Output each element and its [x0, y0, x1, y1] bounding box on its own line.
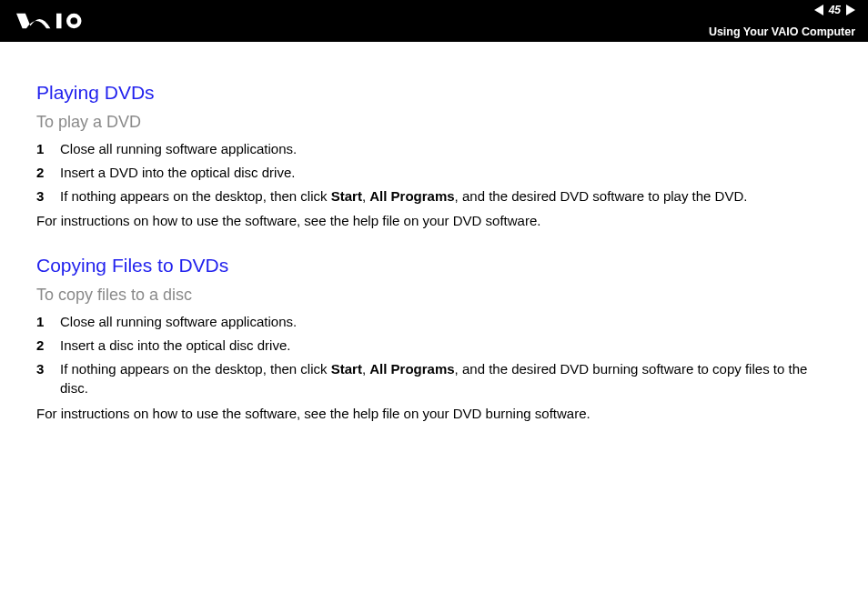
- steps-list: 1 Close all running software application…: [36, 312, 832, 398]
- vaio-logo: [16, 7, 116, 35]
- section-heading-playing-dvds: Playing DVDs: [36, 82, 832, 104]
- steps-list: 1 Close all running software application…: [36, 139, 832, 206]
- step-number: 1: [36, 312, 60, 332]
- step-text-fragment: If nothing appears on the desktop, then …: [60, 361, 331, 377]
- section-note: For instructions on how to use the softw…: [36, 404, 832, 424]
- step-number: 3: [36, 186, 60, 206]
- step-number: 2: [36, 336, 60, 356]
- svg-rect-0: [56, 14, 62, 29]
- step-text-fragment: ,: [362, 188, 369, 204]
- step-text: Close all running software applications.: [60, 312, 832, 332]
- section-subheading: To copy files to a disc: [36, 286, 832, 305]
- step-text: Insert a DVD into the optical disc drive…: [60, 163, 832, 183]
- step-text-fragment: , and the desired DVD software to play t…: [455, 188, 748, 204]
- bold-start: Start: [331, 188, 362, 204]
- step-text: Close all running software applications.: [60, 139, 832, 159]
- next-page-icon[interactable]: [846, 5, 855, 15]
- step-text: If nothing appears on the desktop, then …: [60, 186, 832, 206]
- step-number: 3: [36, 359, 60, 399]
- step-text: If nothing appears on the desktop, then …: [60, 359, 832, 399]
- prev-page-icon[interactable]: [814, 5, 823, 15]
- step-item: 1 Close all running software application…: [36, 139, 832, 159]
- page-navigation: 45: [814, 4, 855, 16]
- step-item: 3 If nothing appears on the desktop, the…: [36, 359, 832, 399]
- page-number: 45: [829, 4, 841, 16]
- step-item: 2 Insert a disc into the optical disc dr…: [36, 336, 832, 356]
- bold-start: Start: [331, 361, 362, 377]
- bold-all-programs: All Programs: [369, 188, 454, 204]
- step-item: 1 Close all running software application…: [36, 312, 832, 332]
- step-text-fragment: ,: [362, 361, 369, 377]
- breadcrumb: Using Your VAIO Computer: [709, 25, 855, 38]
- section-heading-copying-files: Copying Files to DVDs: [36, 255, 832, 276]
- step-text-fragment: If nothing appears on the desktop, then …: [60, 188, 331, 204]
- step-text: Insert a disc into the optical disc driv…: [60, 336, 832, 356]
- step-number: 2: [36, 163, 60, 183]
- bold-all-programs: All Programs: [369, 361, 454, 377]
- page-header: 45 Using Your VAIO Computer: [0, 0, 868, 42]
- page-content: Playing DVDs To play a DVD 1 Close all r…: [0, 42, 868, 446]
- step-item: 3 If nothing appears on the desktop, the…: [36, 186, 832, 206]
- step-number: 1: [36, 139, 60, 159]
- section-subheading: To play a DVD: [36, 113, 832, 132]
- section-note: For instructions on how to use the softw…: [36, 211, 832, 231]
- step-item: 2 Insert a DVD into the optical disc dri…: [36, 163, 832, 183]
